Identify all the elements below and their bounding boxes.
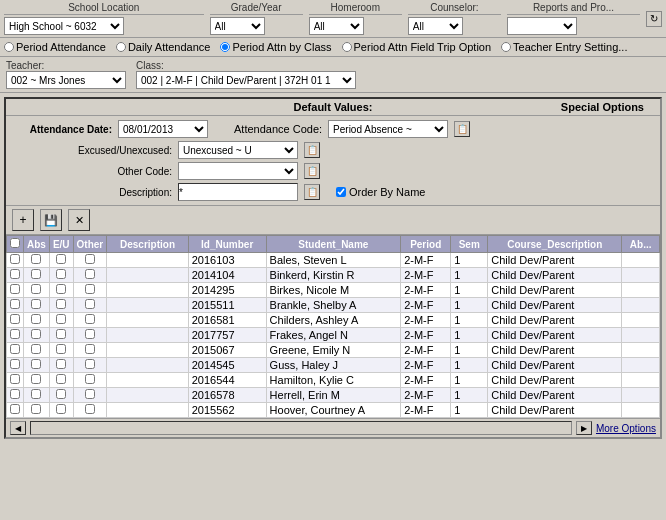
row-eu-checkbox[interactable] (56, 329, 66, 339)
row-eu-checkbox[interactable] (56, 299, 66, 309)
row-abs-cell[interactable] (24, 253, 50, 268)
row-eu-checkbox[interactable] (56, 284, 66, 294)
row-other-cell[interactable] (73, 328, 107, 343)
row-eu-cell[interactable] (49, 313, 73, 328)
teacher-select[interactable]: 002 ~ Mrs Jones (6, 71, 126, 89)
mode-period-class[interactable]: Period Attn by Class (220, 41, 331, 53)
row-checkbox-cell[interactable] (7, 313, 24, 328)
row-checkbox-cell[interactable] (7, 283, 24, 298)
row-eu-checkbox[interactable] (56, 344, 66, 354)
row-eu-checkbox[interactable] (56, 254, 66, 264)
row-other-checkbox[interactable] (85, 404, 95, 414)
row-abs-checkbox[interactable] (31, 389, 41, 399)
row-checkbox-cell[interactable] (7, 403, 24, 418)
att-code-copy-icon[interactable]: 📋 (454, 121, 470, 137)
delete-button[interactable]: ✕ (68, 209, 90, 231)
row-checkbox[interactable] (10, 254, 20, 264)
row-checkbox[interactable] (10, 284, 20, 294)
period-class-radio[interactable] (220, 42, 230, 52)
other-code-copy-icon[interactable]: 📋 (304, 163, 320, 179)
scrollbar-track[interactable] (30, 421, 572, 435)
row-eu-cell[interactable] (49, 328, 73, 343)
row-abs-checkbox[interactable] (31, 359, 41, 369)
row-abs-checkbox[interactable] (31, 284, 41, 294)
row-checkbox[interactable] (10, 269, 20, 279)
row-other-checkbox[interactable] (85, 314, 95, 324)
row-abs-checkbox[interactable] (31, 374, 41, 384)
row-abs-cell[interactable] (24, 268, 50, 283)
daily-radio[interactable] (116, 42, 126, 52)
order-by-name-checkbox[interactable] (336, 187, 346, 197)
row-checkbox[interactable] (10, 314, 20, 324)
row-abs-cell[interactable] (24, 283, 50, 298)
field-trip-radio[interactable] (342, 42, 352, 52)
row-other-checkbox[interactable] (85, 359, 95, 369)
row-eu-cell[interactable] (49, 298, 73, 313)
grade-year-select[interactable]: All (210, 17, 265, 35)
row-eu-cell[interactable] (49, 403, 73, 418)
row-abs-checkbox[interactable] (31, 269, 41, 279)
row-eu-checkbox[interactable] (56, 314, 66, 324)
row-checkbox-cell[interactable] (7, 253, 24, 268)
row-abs-cell[interactable] (24, 358, 50, 373)
teacher-entry-radio[interactable] (501, 42, 511, 52)
row-eu-checkbox[interactable] (56, 269, 66, 279)
row-eu-cell[interactable] (49, 373, 73, 388)
add-button[interactable]: + (12, 209, 34, 231)
row-checkbox[interactable] (10, 329, 20, 339)
row-eu-cell[interactable] (49, 253, 73, 268)
row-abs-checkbox[interactable] (31, 404, 41, 414)
row-other-checkbox[interactable] (85, 269, 95, 279)
row-checkbox[interactable] (10, 374, 20, 384)
row-checkbox[interactable] (10, 344, 20, 354)
mode-daily[interactable]: Daily Attendance (116, 41, 211, 53)
row-abs-cell[interactable] (24, 298, 50, 313)
save-button[interactable]: 💾 (40, 209, 62, 231)
row-abs-checkbox[interactable] (31, 329, 41, 339)
refresh-icon[interactable]: ↻ (646, 11, 662, 27)
row-abs-cell[interactable] (24, 343, 50, 358)
row-other-cell[interactable] (73, 253, 107, 268)
row-eu-checkbox[interactable] (56, 404, 66, 414)
row-other-checkbox[interactable] (85, 329, 95, 339)
row-abs-checkbox[interactable] (31, 254, 41, 264)
row-checkbox[interactable] (10, 389, 20, 399)
row-other-cell[interactable] (73, 313, 107, 328)
row-eu-cell[interactable] (49, 358, 73, 373)
row-other-cell[interactable] (73, 268, 107, 283)
row-abs-cell[interactable] (24, 328, 50, 343)
row-other-cell[interactable] (73, 373, 107, 388)
desc-copy-icon[interactable]: 📋 (304, 184, 320, 200)
att-code-select[interactable]: Period Absence ~ (328, 120, 448, 138)
row-abs-cell[interactable] (24, 388, 50, 403)
row-checkbox-cell[interactable] (7, 343, 24, 358)
row-other-cell[interactable] (73, 283, 107, 298)
excused-select[interactable]: Unexcused ~ U (178, 141, 298, 159)
reports-select[interactable] (507, 17, 577, 35)
period-radio[interactable] (4, 42, 14, 52)
row-other-cell[interactable] (73, 403, 107, 418)
row-abs-checkbox[interactable] (31, 314, 41, 324)
other-code-select[interactable] (178, 162, 298, 180)
order-by-name-check[interactable]: Order By Name (336, 186, 425, 198)
row-abs-checkbox[interactable] (31, 299, 41, 309)
row-abs-cell[interactable] (24, 373, 50, 388)
row-other-checkbox[interactable] (85, 284, 95, 294)
row-other-checkbox[interactable] (85, 389, 95, 399)
select-all-checkbox[interactable] (10, 238, 20, 248)
row-checkbox[interactable] (10, 299, 20, 309)
row-other-cell[interactable] (73, 358, 107, 373)
row-checkbox-cell[interactable] (7, 358, 24, 373)
row-abs-cell[interactable] (24, 403, 50, 418)
mode-period[interactable]: Period Attendance (4, 41, 106, 53)
row-other-cell[interactable] (73, 298, 107, 313)
row-abs-cell[interactable] (24, 313, 50, 328)
row-checkbox-cell[interactable] (7, 328, 24, 343)
row-other-checkbox[interactable] (85, 344, 95, 354)
row-other-cell[interactable] (73, 343, 107, 358)
mode-field-trip[interactable]: Period Attn Field Trip Option (342, 41, 492, 53)
scroll-left-btn[interactable]: ◀ (10, 421, 26, 435)
row-other-checkbox[interactable] (85, 374, 95, 384)
row-checkbox-cell[interactable] (7, 373, 24, 388)
row-other-cell[interactable] (73, 388, 107, 403)
